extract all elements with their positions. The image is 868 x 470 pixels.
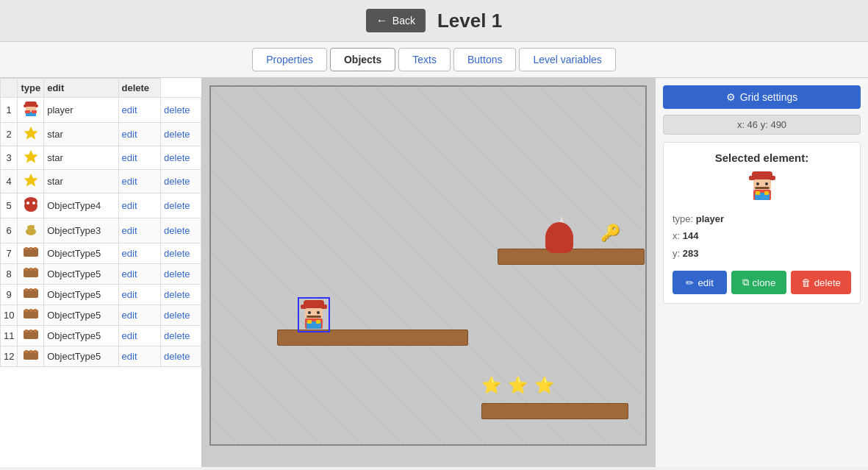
svg-rect-60 xyxy=(764,191,769,195)
row-edit-cell: edit xyxy=(118,98,161,123)
delete-link[interactable]: delete xyxy=(164,152,190,163)
svg-rect-40 xyxy=(34,350,37,353)
row-delete-cell: delete xyxy=(161,305,201,326)
svg-rect-24 xyxy=(34,268,37,271)
canvas-area[interactable]: 🔑 xyxy=(202,78,655,467)
selected-element-panel: Selected element: type: player xyxy=(663,142,861,304)
svg-rect-18 xyxy=(25,247,28,250)
edit-link[interactable]: edit xyxy=(122,289,137,300)
delete-link[interactable]: delete xyxy=(164,129,190,140)
delete-label: delete xyxy=(814,277,841,288)
col-header-delete: delete xyxy=(118,79,161,98)
row-edit-cell: edit xyxy=(118,326,161,346)
tab-texts[interactable]: Texts xyxy=(398,48,451,71)
svg-rect-27 xyxy=(29,288,32,291)
delete-link[interactable]: delete xyxy=(164,176,190,187)
row-icon xyxy=(18,264,44,285)
svg-rect-56 xyxy=(755,187,770,189)
coordinates-bar: x: 46 y: 490 xyxy=(663,115,861,135)
tab-properties[interactable]: Properties xyxy=(252,48,327,71)
row-type: ObjectType5 xyxy=(44,305,118,326)
svg-rect-50 xyxy=(316,320,320,324)
back-button[interactable]: ← Back xyxy=(366,9,426,32)
header: ← Back Level 1 xyxy=(0,0,868,42)
row-number: 12 xyxy=(1,346,18,367)
back-label: Back xyxy=(392,15,415,26)
edit-link[interactable]: edit xyxy=(122,268,137,279)
delete-link[interactable]: delete xyxy=(164,200,190,211)
selected-props: type: player x: 144 y: 283 xyxy=(672,210,851,262)
col-header-edit: edit xyxy=(44,79,118,98)
row-icon xyxy=(18,243,44,264)
delete-link[interactable]: delete xyxy=(164,310,190,321)
delete-link[interactable]: delete xyxy=(164,248,190,259)
row-icon xyxy=(18,285,44,305)
row-type: star xyxy=(44,146,118,170)
objects-table: type edit delete 1 player edit delete 2 … xyxy=(0,78,201,367)
row-delete-cell: delete xyxy=(161,123,201,146)
row-type: ObjectType5 xyxy=(44,326,118,346)
row-edit-cell: edit xyxy=(118,193,161,218)
row-type: ObjectType3 xyxy=(44,218,118,243)
tab-level-variables[interactable]: Level variables xyxy=(519,48,615,71)
svg-marker-7 xyxy=(24,150,37,163)
row-icon xyxy=(18,146,44,170)
edit-link[interactable]: edit xyxy=(122,310,137,321)
delete-link[interactable]: delete xyxy=(164,289,190,300)
type-value: player xyxy=(696,213,724,224)
player-obj[interactable] xyxy=(299,299,329,335)
edit-link[interactable]: edit xyxy=(122,225,137,236)
svg-rect-19 xyxy=(29,247,32,250)
delete-link[interactable]: delete xyxy=(164,351,190,362)
svg-rect-36 xyxy=(34,330,37,332)
row-icon xyxy=(18,170,44,193)
row-type: ObjectType5 xyxy=(44,346,118,367)
row-icon xyxy=(18,98,44,123)
delete-link[interactable]: delete xyxy=(164,268,190,279)
table-row: 5 ObjectType4 edit delete xyxy=(1,193,201,218)
svg-rect-38 xyxy=(25,350,28,353)
edit-link[interactable]: edit xyxy=(122,129,137,140)
tab-objects[interactable]: Objects xyxy=(330,48,395,71)
row-edit-cell: edit xyxy=(118,305,161,326)
delete-link[interactable]: delete xyxy=(164,104,190,115)
selected-element-title: Selected element: xyxy=(672,152,851,164)
row-delete-cell: delete xyxy=(161,146,201,170)
enemy-obj xyxy=(545,222,573,253)
row-delete-cell: delete xyxy=(161,264,201,285)
row-number: 9 xyxy=(1,285,18,305)
row-number: 8 xyxy=(1,264,18,285)
action-buttons: ✏ edit ⧉ clone 🗑 delete xyxy=(672,271,851,294)
table-row: 8 ObjectType5 edit delete xyxy=(1,264,201,285)
svg-rect-39 xyxy=(29,350,32,353)
edit-selected-button[interactable]: ✏ edit xyxy=(672,271,727,294)
svg-point-12 xyxy=(32,202,35,204)
delete-link[interactable]: delete xyxy=(164,330,190,341)
svg-rect-22 xyxy=(25,268,28,271)
edit-link[interactable]: edit xyxy=(122,248,137,259)
row-icon xyxy=(18,346,44,367)
edit-link[interactable]: edit xyxy=(122,152,137,163)
row-type: player xyxy=(44,98,118,123)
delete-selected-button[interactable]: 🗑 delete xyxy=(791,271,851,294)
tab-buttons[interactable]: Buttons xyxy=(453,48,516,71)
delete-link[interactable]: delete xyxy=(164,225,190,236)
svg-point-44 xyxy=(308,311,311,314)
edit-link[interactable]: edit xyxy=(122,176,137,187)
game-canvas[interactable]: 🔑 xyxy=(209,85,647,446)
row-icon xyxy=(18,193,44,218)
clone-selected-button[interactable]: ⧉ clone xyxy=(731,271,786,294)
edit-link[interactable]: edit xyxy=(122,104,137,115)
svg-rect-30 xyxy=(25,309,28,312)
edit-link[interactable]: edit xyxy=(122,330,137,341)
row-number: 3 xyxy=(1,146,18,170)
row-type: ObjectType4 xyxy=(44,193,118,218)
grid-settings-button[interactable]: ⚙ Grid settings xyxy=(663,85,861,109)
edit-link[interactable]: edit xyxy=(122,200,137,211)
row-delete-cell: delete xyxy=(161,98,201,123)
row-number: 2 xyxy=(1,123,18,146)
edit-link[interactable]: edit xyxy=(122,351,137,362)
col-header-num xyxy=(1,79,18,98)
table-row: 4 star edit delete xyxy=(1,170,201,193)
row-edit-cell: edit xyxy=(118,170,161,193)
